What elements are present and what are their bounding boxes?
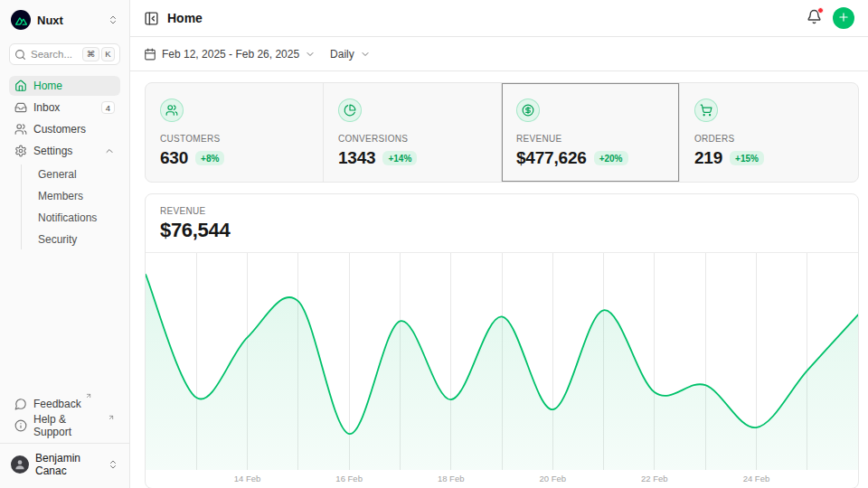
chart-header: REVENUE $76,544 [146, 194, 858, 253]
inbox-count-badge: 4 [101, 101, 115, 114]
pie-chart-icon [338, 99, 362, 122]
users-icon [14, 123, 27, 136]
x-tick-label: 18 Feb [438, 474, 465, 483]
settings-subnav: GeneralMembersNotificationsSecurity [21, 164, 120, 249]
cart-icon [694, 99, 718, 122]
x-tick-label: 14 Feb [234, 474, 261, 483]
sidebar-item-feedback[interactable]: Feedback [9, 394, 120, 414]
stat-label: REVENUE [516, 134, 665, 144]
team-switcher[interactable]: Nuxt [9, 9, 120, 31]
message-circle-icon [14, 398, 27, 410]
stats-row: CUSTOMERS630+8%CONVERSIONS1343+14%REVENU… [145, 82, 859, 183]
header-actions [807, 7, 854, 29]
page-title: Home [167, 11, 203, 25]
sidebar: Nuxt Search... ⌘ K HomeInbox4CustomersSe… [0, 0, 130, 488]
stat-card-conversions[interactable]: CONVERSIONS1343+14% [324, 83, 502, 182]
users-icon [160, 99, 184, 122]
date-range-label: Feb 12, 2025 - Feb 26, 2025 [162, 48, 299, 61]
stat-delta-badge: +15% [730, 151, 764, 165]
sidebar-item-help-support[interactable]: Help & Support [9, 416, 120, 436]
main-header: Home [130, 0, 868, 37]
info-icon [14, 419, 27, 432]
search-kbd: ⌘ K [82, 47, 115, 61]
inbox-icon [14, 101, 27, 114]
stat-value: $477,626 [516, 148, 587, 168]
sidebar-footer-nav: FeedbackHelp & Support [9, 394, 120, 436]
stat-card-customers[interactable]: CUSTOMERS630+8% [146, 83, 324, 182]
x-tick-label: 16 Feb [335, 474, 363, 483]
sidebar-item-customers[interactable]: Customers [9, 119, 120, 139]
arrow-up-right-icon [85, 392, 92, 399]
period-select[interactable]: Daily [330, 48, 371, 61]
chart-x-axis: 14 Feb16 Feb18 Feb20 Feb22 Feb24 Feb [146, 470, 858, 488]
revenue-chart-plot[interactable] [146, 253, 858, 470]
sidebar-subitem-notifications[interactable]: Notifications [33, 208, 120, 228]
search-placeholder: Search... [31, 49, 72, 60]
search-icon [14, 49, 26, 61]
sidebar-item-settings[interactable]: Settings [9, 141, 120, 161]
x-tick-label: 20 Feb [539, 474, 566, 483]
revenue-area-chart [146, 253, 858, 470]
add-button[interactable] [833, 7, 854, 29]
collapse-sidebar-button[interactable] [144, 11, 159, 26]
x-tick-label: 22 Feb [641, 474, 668, 483]
filters-toolbar: Feb 12, 2025 - Feb 26, 2025 Daily [130, 37, 868, 71]
sidebar-subitem-general[interactable]: General [33, 164, 120, 184]
x-tick-label: 24 Feb [743, 474, 770, 483]
house-icon [14, 80, 27, 92]
chevrons-up-down-icon [108, 459, 118, 470]
user-avatar [11, 455, 29, 474]
stat-value: 630 [160, 148, 188, 168]
kbd-k: K [101, 47, 115, 61]
stat-value: 1343 [338, 148, 375, 168]
stat-value: 219 [694, 148, 722, 168]
settings-icon [14, 145, 27, 157]
user-menu[interactable]: Benjamin Canac [0, 443, 129, 479]
chevron-up-icon [104, 145, 115, 156]
chevron-down-icon [305, 49, 316, 60]
date-range-picker[interactable]: Feb 12, 2025 - Feb 26, 2025 [144, 48, 316, 61]
chevron-down-icon [360, 49, 371, 60]
sidebar-item-home[interactable]: Home [9, 76, 120, 96]
chart-current-value: $76,544 [160, 219, 844, 242]
stat-delta-badge: +8% [195, 151, 224, 165]
circle-dollar-icon [516, 99, 540, 122]
plus-icon [837, 11, 850, 26]
stat-label: CONVERSIONS [338, 134, 486, 144]
search-input[interactable]: Search... ⌘ K [9, 43, 120, 65]
notifications-button[interactable] [807, 9, 822, 27]
stat-delta-badge: +20% [594, 151, 628, 165]
chart-title: REVENUE [160, 206, 844, 216]
stat-card-orders[interactable]: ORDERS219+15% [680, 83, 858, 182]
sidebar-nav: HomeInbox4CustomersSettingsGeneralMember… [9, 76, 120, 251]
kbd-cmd: ⌘ [82, 47, 99, 61]
content: CUSTOMERS630+8%CONVERSIONS1343+14%REVENU… [130, 71, 868, 488]
notification-dot [817, 7, 824, 14]
stat-label: ORDERS [694, 134, 844, 144]
stat-label: CUSTOMERS [160, 134, 308, 144]
sidebar-item-inbox[interactable]: Inbox4 [9, 98, 120, 117]
user-name: Benjamin Canac [35, 452, 101, 477]
revenue-chart-card: REVENUE $76,544 14 Feb16 Feb18 Feb20 Feb… [145, 193, 859, 488]
calendar-icon [144, 48, 156, 61]
arrow-up-right-icon [108, 414, 115, 421]
stat-card-revenue[interactable]: REVENUE$477,626+20% [502, 83, 680, 182]
period-label: Daily [330, 48, 354, 61]
main-area: Home Feb 12, 2025 - Feb 26, 2025 Daily C… [130, 0, 868, 488]
sidebar-subitem-members[interactable]: Members [33, 186, 120, 206]
chevrons-up-down-icon [108, 14, 118, 25]
stat-delta-badge: +14% [382, 151, 417, 165]
team-name: Nuxt [37, 14, 63, 27]
sidebar-subitem-security[interactable]: Security [33, 230, 120, 249]
nuxt-logo-icon [11, 10, 31, 30]
